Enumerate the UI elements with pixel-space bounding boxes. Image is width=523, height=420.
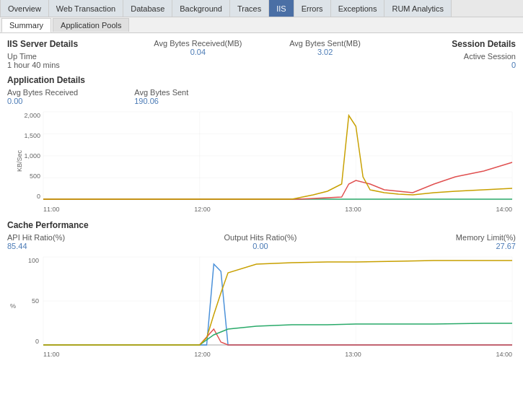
app-chart-wrapper: KB/Sec 2,000 1,500 1,000 500 0 bbox=[7, 108, 516, 213]
server-col-mid2: Avg Bytes Sent(MB) 3.02 bbox=[262, 39, 389, 69]
active-session-value: 0 bbox=[389, 61, 516, 69]
app-metric-empty bbox=[262, 88, 389, 105]
app-avg-sent-label: Avg Bytes Sent bbox=[134, 88, 261, 97]
avg-bytes-received-label: Avg Bytes Received(MB) bbox=[134, 39, 261, 48]
sub-tab-application-pools[interactable]: Application Pools bbox=[53, 18, 129, 32]
tab-traces[interactable]: Traces bbox=[230, 0, 269, 17]
cache-chart-y-ticks: 100 50 0 bbox=[17, 257, 39, 345]
memory-limit-label: Memory Limit(%) bbox=[456, 233, 516, 242]
app-avg-received-value: 0.00 bbox=[7, 97, 134, 105]
app-avg-received: Avg Bytes Received 0.00 bbox=[7, 88, 134, 105]
server-col-right: Session Details Active Session 0 bbox=[389, 39, 516, 69]
tab-rum-analytics[interactable]: RUM Analytics bbox=[384, 0, 452, 17]
cache-chart-wrapper: % 100 50 0 bbox=[7, 253, 516, 358]
tab-iis[interactable]: IIS bbox=[269, 0, 294, 17]
cache-title: Cache Performance bbox=[7, 220, 516, 230]
app-avg-sent: Avg Bytes Sent 190.06 bbox=[134, 88, 261, 105]
cache-chart-x-ticks: 11:00 12:00 13:00 14:00 bbox=[43, 351, 512, 358]
app-metric-empty2 bbox=[389, 88, 516, 105]
cache-chart-y-label: % bbox=[10, 302, 16, 310]
avg-bytes-sent-label: Avg Bytes Sent(MB) bbox=[262, 39, 389, 48]
tab-exceptions[interactable]: Exceptions bbox=[331, 0, 385, 17]
api-hit-label: API Hit Ratio(%) bbox=[7, 233, 65, 242]
server-details-section: IIS Server Details Up Time 1 hour 40 min… bbox=[7, 39, 516, 69]
tab-overview[interactable]: Overview bbox=[0, 0, 49, 17]
memory-limit-value: 27.67 bbox=[456, 242, 516, 250]
api-hit-value: 85.44 bbox=[7, 242, 65, 250]
app-avg-sent-value: 190.06 bbox=[134, 97, 261, 105]
iis-server-title: IIS Server Details bbox=[7, 39, 134, 49]
cache-performance-section: Cache Performance API Hit Ratio(%) 85.44… bbox=[7, 220, 516, 358]
memory-limit-metric: Memory Limit(%) 27.67 bbox=[456, 233, 516, 250]
api-hit-metric: API Hit Ratio(%) 85.44 bbox=[7, 233, 65, 250]
tab-errors[interactable]: Errors bbox=[294, 0, 331, 17]
application-details-section: Application Details Avg Bytes Received 0… bbox=[7, 75, 516, 213]
tab-database[interactable]: Database bbox=[123, 0, 172, 17]
session-details-title: Session Details bbox=[389, 39, 516, 49]
uptime-label: Up Time bbox=[7, 52, 134, 61]
tab-web-transaction[interactable]: Web Transaction bbox=[49, 0, 123, 17]
output-hits-value: 0.00 bbox=[224, 242, 297, 250]
app-details-title: Application Details bbox=[7, 75, 516, 85]
tab-background[interactable]: Background bbox=[172, 0, 230, 17]
sub-tab-summary[interactable]: Summary bbox=[1, 18, 51, 32]
cache-metrics-row: API Hit Ratio(%) 85.44 Output Hits Ratio… bbox=[7, 233, 516, 250]
app-metrics-row: Avg Bytes Received 0.00 Avg Bytes Sent 1… bbox=[7, 88, 516, 105]
sub-tab-bar: Summary Application Pools bbox=[0, 17, 523, 33]
output-hits-metric: Output Hits Ratio(%) 0.00 bbox=[224, 233, 297, 250]
output-hits-label: Output Hits Ratio(%) bbox=[224, 233, 297, 242]
app-chart-y-ticks: 2,000 1,500 1,000 500 0 bbox=[17, 112, 40, 200]
app-avg-received-label: Avg Bytes Received bbox=[7, 88, 134, 97]
avg-bytes-sent-value: 3.02 bbox=[262, 48, 389, 56]
app-chart-x-ticks: 11:00 12:00 13:00 14:00 bbox=[43, 206, 512, 213]
active-session-label: Active Session bbox=[389, 52, 516, 61]
main-content: IIS Server Details Up Time 1 hour 40 min… bbox=[0, 33, 523, 420]
app-chart-svg bbox=[43, 112, 512, 200]
cache-chart-svg bbox=[43, 257, 512, 345]
top-tab-bar: Overview Web Transaction Database Backgr… bbox=[0, 0, 523, 17]
avg-bytes-received-value: 0.04 bbox=[134, 48, 261, 56]
server-col-left: IIS Server Details Up Time 1 hour 40 min… bbox=[7, 39, 134, 69]
server-col-mid1: Avg Bytes Received(MB) 0.04 bbox=[134, 39, 261, 69]
uptime-value: 1 hour 40 mins bbox=[7, 61, 134, 69]
